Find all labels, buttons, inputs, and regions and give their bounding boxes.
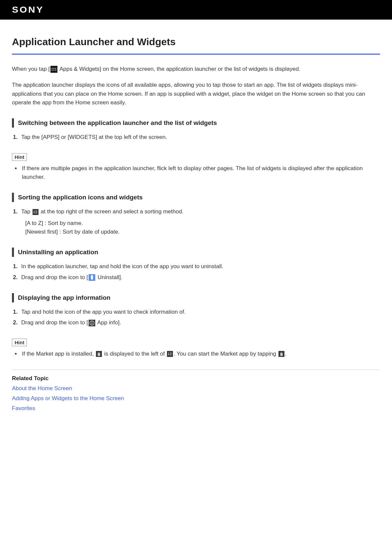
svg-rect-9 [36, 212, 37, 212]
content-area: Application Launcher and Widgets When yo… [0, 20, 392, 428]
heading-uninstalling: Uninstalling an application [12, 248, 380, 257]
sort-icon-small [167, 351, 173, 357]
svg-rect-13 [92, 275, 93, 276]
svg-point-6 [55, 70, 56, 71]
related-link-home-screen[interactable]: About the Home Screen [12, 385, 380, 392]
svg-rect-10 [36, 213, 37, 213]
trash-icon [89, 274, 95, 281]
svg-rect-0 [50, 66, 57, 73]
svg-rect-21 [170, 354, 172, 355]
hint-label-2: Hint [12, 339, 27, 346]
svg-rect-17 [92, 323, 92, 324]
related-link-favorites[interactable]: Favorites [12, 405, 380, 412]
sorting-step-1: Tap at the top right of the screen and s… [19, 207, 380, 216]
related-link-adding-apps[interactable]: Adding Apps or Widgets to the Home Scree… [12, 395, 380, 402]
appinfo-step2-a: Drag and drop the icon to [ [21, 319, 88, 326]
hint2-b: is displayed to the left of [103, 351, 166, 357]
svg-point-16 [92, 321, 92, 322]
page-title: Application Launcher and Widgets [12, 36, 380, 48]
sorting-line3: [Newest first] : Sort by date of update. [25, 228, 380, 236]
uninstall-step2-b: Uninstall]. [96, 274, 122, 280]
hint2-text: If the Market app is installed, is displ… [21, 350, 380, 358]
svg-rect-12 [91, 275, 93, 276]
brand-logo: SONY [12, 5, 44, 15]
svg-point-2 [53, 68, 54, 69]
header-bar: SONY [0, 0, 392, 20]
steps-uninstalling: In the application launcher, tap and hol… [12, 262, 380, 282]
sorting-step1-a: Tap [21, 208, 32, 215]
uninstall-step2-a: Drag and drop the icon to [ [21, 274, 88, 280]
title-rule [12, 54, 380, 55]
hint-label-1: Hint [12, 153, 27, 161]
market-bag-icon-2 [278, 351, 284, 357]
apps-grid-icon [50, 66, 57, 73]
sorting-line2: [A to Z] : Sort by name. [25, 219, 380, 228]
svg-rect-22 [170, 355, 172, 356]
appinfo-step-2: Drag and drop the icon to [ App info]. [19, 318, 380, 327]
hint2-a: If the Market app is installed, [22, 351, 95, 357]
hint1-text: If there are multiple pages in the appli… [21, 164, 380, 182]
intro1-b: Apps & Widgets] on the Home screen, the … [58, 66, 300, 72]
svg-point-5 [53, 70, 54, 71]
svg-point-3 [55, 68, 56, 69]
steps-sorting: Tap at the top right of the screen and s… [12, 207, 380, 216]
sorting-step1-b: at the top right of the screen and selec… [39, 208, 184, 215]
uninstall-step-1: In the application launcher, tap and hol… [19, 262, 380, 271]
hint-list-2: If the Market app is installed, is displ… [12, 350, 380, 358]
intro-paragraph-2: The application launcher displays the ic… [12, 81, 380, 107]
svg-point-4 [52, 70, 53, 71]
hint2-d: . [285, 351, 287, 357]
related-heading: Related Topic [12, 375, 380, 382]
uninstall-step-2: Drag and drop the icon to [ Uninstall]. [19, 273, 380, 282]
appinfo-step-1: Tap and hold the icon of the app you wan… [19, 308, 380, 316]
svg-rect-20 [170, 353, 172, 353]
related-rule [12, 370, 380, 370]
steps-appinfo: Tap and hold the icon of the app you wan… [12, 308, 380, 327]
hint2-c: . You can start the Market app by tappin… [174, 351, 278, 357]
info-icon [89, 320, 95, 326]
intro1-a: When you tap [ [12, 66, 50, 72]
heading-appinfo: Displaying the app information [12, 293, 380, 302]
intro-paragraph-1: When you tap [ Apps & Widgets] on the Ho… [12, 65, 380, 73]
sort-icon [33, 209, 39, 215]
hint-list-1: If there are multiple pages in the appli… [12, 164, 380, 182]
heading-switching: Switching between the application launch… [12, 118, 380, 128]
sorting-sub: [A to Z] : Sort by name. [Newest first] … [25, 219, 380, 237]
svg-point-1 [52, 68, 53, 69]
heading-sorting: Sorting the application icons and widget… [12, 193, 380, 202]
switching-step-1: Tap the [APPS] or [WIDGETS] at the top l… [19, 133, 380, 142]
appinfo-step2-b: App info]. [96, 319, 121, 326]
steps-switching: Tap the [APPS] or [WIDGETS] at the top l… [12, 133, 380, 142]
svg-rect-8 [36, 211, 37, 211]
market-bag-icon [96, 351, 102, 357]
